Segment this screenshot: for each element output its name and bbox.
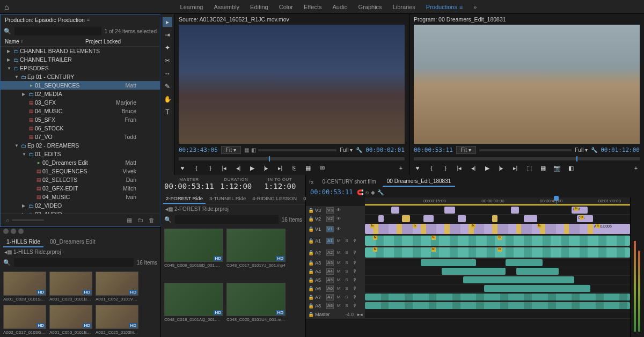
- record-icon[interactable]: 🎙: [352, 250, 358, 255]
- workspace-tab[interactable]: Learning: [180, 4, 203, 10]
- tree-row[interactable]: ▸01_SEQUENCESMatt: [1, 81, 160, 90]
- hand-tool-icon[interactable]: ✋: [163, 94, 172, 104]
- workspace-tab[interactable]: Editing: [250, 4, 268, 10]
- lock-icon[interactable]: 🔒: [308, 208, 313, 213]
- tab[interactable]: 1-HILLS Ride: [3, 237, 43, 247]
- clip-thumb[interactable]: HDA001_C050_0101EX_001.mp4: [49, 305, 92, 335]
- record-icon[interactable]: 🎙: [352, 238, 358, 243]
- settings-icon[interactable]: 🔧: [356, 147, 362, 153]
- track-target[interactable]: V1: [326, 226, 334, 232]
- workspace-tab[interactable]: Assembly: [214, 4, 239, 10]
- workspace-tab[interactable]: Graphics: [358, 4, 382, 10]
- mute-icon[interactable]: M: [335, 260, 342, 265]
- pen-tool-icon[interactable]: ✎: [163, 82, 172, 91]
- record-icon[interactable]: 🎙: [352, 286, 358, 291]
- traffic-close-icon[interactable]: [3, 229, 9, 234]
- solo-icon[interactable]: S: [343, 269, 350, 274]
- sequence-tab[interactable]: 00 Dreamers_Edit_180831: [383, 177, 456, 187]
- new-item-icon[interactable]: ▦: [127, 217, 132, 224]
- eye-icon[interactable]: 👁: [335, 208, 342, 213]
- hills-search-input[interactable]: [14, 258, 134, 267]
- track-target[interactable]: A1: [326, 238, 334, 244]
- tree-row[interactable]: ▤02_SELECTSDan: [1, 175, 160, 184]
- mark-in-icon[interactable]: {: [192, 165, 201, 172]
- tree-row[interactable]: ▤03_GFXMarjorie: [1, 98, 160, 107]
- record-icon[interactable]: 🎙: [352, 269, 358, 274]
- bin-nav-icon[interactable]: ◂▦: [4, 249, 12, 255]
- workspace-tab[interactable]: Productions: [426, 4, 457, 10]
- tree-row[interactable]: ▤03_GFX-EDITMitch: [1, 184, 160, 193]
- lock-icon[interactable]: 🔒: [308, 312, 313, 317]
- tree-row[interactable]: ▤04_MUSICIvan: [1, 193, 160, 201]
- tree-row[interactable]: ▼🗀Ep 02 - DREAMERS: [1, 141, 160, 150]
- solo-icon[interactable]: S: [343, 286, 350, 291]
- clip-thumb[interactable]: HDC048_C009_0101BD_001.mp4: [164, 229, 223, 280]
- clip-thumb[interactable]: HDA001_C028_0101ST_001.mp4: [3, 272, 46, 302]
- tree-row[interactable]: ▤07_VOTodd: [1, 133, 160, 141]
- track-target[interactable]: A7: [326, 294, 334, 301]
- source-fit-dropdown[interactable]: Fit ▾: [221, 146, 241, 154]
- new-bin-icon[interactable]: 🗀: [137, 217, 143, 224]
- program-scrubber[interactable]: [414, 157, 640, 160]
- program-fit-dropdown[interactable]: Fit ▾: [456, 146, 476, 154]
- track-target[interactable]: A5: [326, 277, 334, 283]
- clip-thumb[interactable]: HDA002_C025_0103MO_001.mp4: [96, 305, 138, 335]
- tree-row[interactable]: ▤05_SFXFran: [1, 115, 160, 124]
- tab[interactable]: 3-TUNNEL Ride: [207, 194, 248, 204]
- search-input[interactable]: [14, 27, 101, 35]
- program-quality-dropdown[interactable]: Full ▾: [575, 147, 588, 153]
- lock-icon[interactable]: 🔒: [308, 303, 313, 309]
- tree-row[interactable]: ▶🗀03_AUDIO: [1, 210, 160, 214]
- ripple-edit-tool-icon[interactable]: ✦: [163, 43, 172, 53]
- comp-icon[interactable]: ▦: [244, 147, 249, 153]
- step-back-icon[interactable]: ◂|: [233, 165, 243, 172]
- linked-sel-icon[interactable]: ⎋: [365, 189, 369, 195]
- lock-icon[interactable]: 🔒: [308, 238, 313, 244]
- track-target[interactable]: V3: [326, 207, 334, 214]
- clip-thumb[interactable]: HDA001_C033_0101BD_001.mp4: [49, 272, 92, 302]
- solo-icon[interactable]: S: [343, 260, 350, 265]
- tree-row[interactable]: ▤06_STOCK: [1, 124, 160, 133]
- workspace-tab[interactable]: Color: [279, 4, 293, 10]
- track-select-tool-icon[interactable]: ⇥: [163, 30, 172, 40]
- tree-row[interactable]: ▸00_Dreamers EditMatt: [1, 158, 160, 167]
- record-icon[interactable]: 🎙: [352, 260, 358, 265]
- solo-icon[interactable]: S: [343, 250, 350, 255]
- tree-row[interactable]: ▶🗀02_MEDIA: [1, 90, 160, 98]
- settings-icon[interactable]: 🔧: [591, 147, 597, 153]
- sequence-tab[interactable]: 0-CENTURY short film: [318, 177, 380, 186]
- track-target[interactable]: A2: [326, 250, 334, 256]
- lock-icon[interactable]: 🔒: [308, 216, 313, 222]
- bin-nav-icon[interactable]: ◂▦: [165, 206, 173, 212]
- menu-indicator-icon[interactable]: ≡: [459, 4, 463, 10]
- traffic-max-icon[interactable]: [18, 229, 24, 234]
- add-marker-icon[interactable]: ♥: [178, 165, 187, 172]
- solo-icon[interactable]: S: [343, 303, 350, 308]
- lock-icon[interactable]: 🔒: [308, 226, 313, 232]
- tree-row[interactable]: ▶🗀02_VIDEO: [1, 201, 160, 210]
- go-out-icon[interactable]: ▸|: [510, 165, 520, 172]
- seq-search-input[interactable]: [175, 215, 279, 224]
- tree-row[interactable]: ▼🗀01_EDITS: [1, 150, 160, 158]
- export-frame-icon[interactable]: ✉: [317, 165, 327, 172]
- workspace-tab[interactable]: Effects: [304, 4, 321, 10]
- lock-icon[interactable]: 🔒: [308, 269, 313, 274]
- tree-row[interactable]: ▶🗀CHANNEL BRAND ELEMENTS: [1, 47, 160, 55]
- mute-icon[interactable]: M: [335, 250, 342, 255]
- mute-icon[interactable]: M: [335, 295, 342, 299]
- clip-thumb[interactable]: HDA001_C052_0101V6_001.mp4: [96, 272, 138, 302]
- add-button-icon[interactable]: +: [631, 165, 641, 172]
- type-tool-icon[interactable]: T: [163, 107, 172, 117]
- zoom-slider[interactable]: ○: [6, 217, 44, 224]
- lock-icon[interactable]: 🔒: [308, 260, 313, 266]
- track-target[interactable]: A3: [326, 260, 334, 266]
- go-out-icon[interactable]: ▸|: [275, 165, 285, 172]
- solo-icon[interactable]: S: [343, 295, 350, 299]
- mark-out-icon[interactable]: }: [441, 165, 450, 172]
- program-viewport[interactable]: [414, 25, 640, 144]
- play-icon[interactable]: ▶: [482, 165, 492, 172]
- settings-icon[interactable]: 🔧: [377, 189, 384, 195]
- track-target[interactable]: A6: [326, 285, 334, 292]
- go-in-icon[interactable]: |◂: [455, 165, 464, 172]
- solo-icon[interactable]: S: [343, 277, 350, 282]
